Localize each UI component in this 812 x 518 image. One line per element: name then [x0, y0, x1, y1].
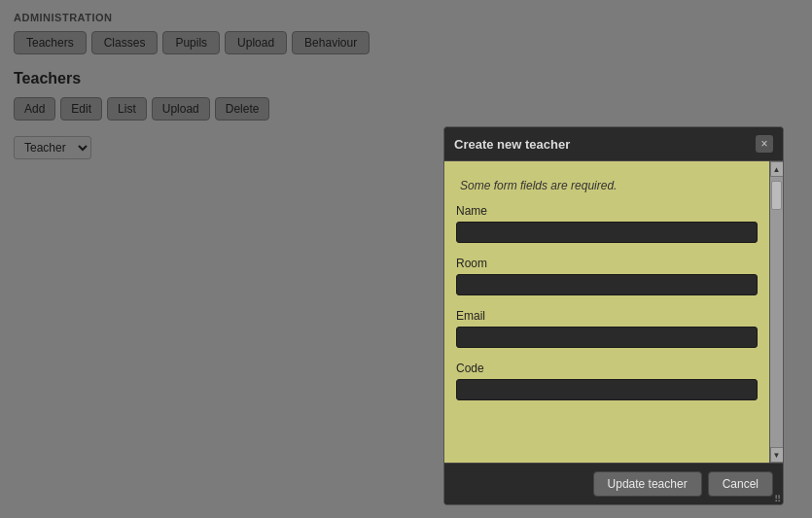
field-room-input[interactable]	[456, 274, 758, 295]
scrollbar-track: ▲ ▼	[769, 161, 783, 463]
modal-body: Some form fields are required. Name Room…	[444, 161, 769, 463]
modal-dialog: Create new teacher × Some form fields ar…	[443, 126, 784, 505]
cancel-button[interactable]: Cancel	[708, 471, 773, 497]
modal-header: Create new teacher ×	[444, 127, 783, 161]
field-room-group: Room	[456, 257, 758, 295]
field-email-group: Email	[456, 309, 758, 348]
scrollbar-thumb-area	[770, 177, 783, 447]
field-code-input[interactable]	[456, 379, 758, 400]
scrollbar-up-button[interactable]: ▲	[770, 161, 784, 177]
field-code-group: Code	[456, 362, 758, 400]
scrollbar-down-button[interactable]: ▼	[770, 447, 784, 463]
scrollbar-thumb[interactable]	[771, 181, 782, 210]
update-teacher-button[interactable]: Update teacher	[593, 471, 702, 497]
modal-footer: Update teacher Cancel	[444, 463, 783, 504]
modal-close-button[interactable]: ×	[756, 135, 773, 153]
field-email-input[interactable]	[456, 327, 758, 348]
field-name-input[interactable]	[456, 222, 758, 243]
field-email-label: Email	[456, 309, 758, 323]
field-name-group: Name	[456, 204, 758, 243]
field-room-label: Room	[456, 257, 758, 270]
modal-body-wrapper: Some form fields are required. Name Room…	[444, 161, 783, 463]
field-code-label: Code	[456, 362, 758, 375]
error-message: Some form fields are required.	[456, 171, 758, 204]
resize-handle[interactable]: ⠿	[771, 493, 783, 504]
field-name-label: Name	[456, 204, 758, 218]
modal-title: Create new teacher	[454, 137, 570, 152]
